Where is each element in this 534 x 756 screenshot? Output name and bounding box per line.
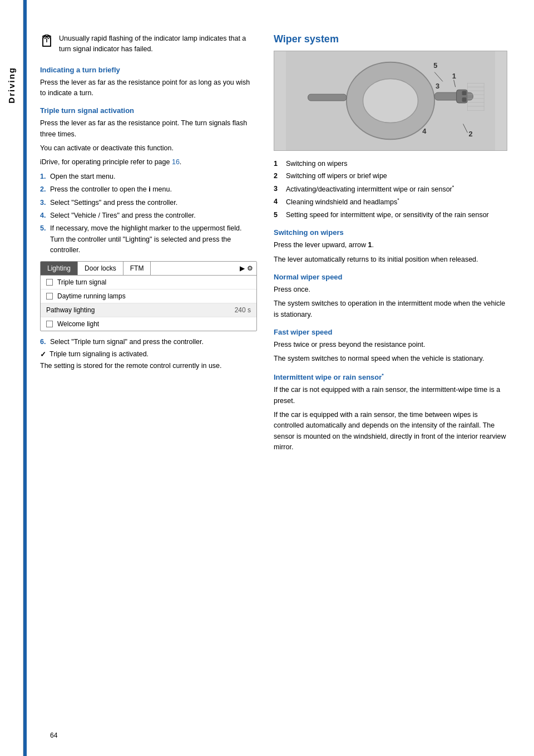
settings-header: Lighting Door locks FTM ▶ ⚙ — [41, 262, 256, 276]
step-2: 2.Press the controller to open the i men… — [40, 184, 257, 195]
sidebar: Driving — [0, 0, 23, 756]
svg-text:1: 1 — [452, 72, 456, 80]
intermittent-heading: Intermittent wipe or rain sensor* — [274, 372, 507, 381]
step-6: 6. Select "Triple turn signal" and press… — [40, 337, 257, 347]
right-column: Wiper system — [274, 33, 507, 734]
wiper-diagram-container: 1 2 3 4 5 — [274, 51, 507, 151]
items-list: 1 Switching on wipers 2 Switching off wi… — [274, 159, 507, 220]
row-pathway: Pathway lighting 240 s — [41, 303, 256, 317]
svg-text:5: 5 — [433, 61, 437, 70]
section2-body3: iDrive, for operating principle refer to… — [40, 157, 257, 168]
intermittent-body2: If the car is equipped with a rain senso… — [274, 410, 507, 453]
section2-heading: Triple turn signal activation — [40, 106, 257, 115]
row-welcome-label: Welcome light — [57, 320, 251, 328]
normal-body2: The system switches to operation in the … — [274, 298, 507, 320]
checkbox-welcome[interactable] — [46, 321, 53, 327]
row-pathway-label: Pathway lighting — [46, 306, 230, 314]
tab-door-locks[interactable]: Door locks — [78, 262, 123, 275]
svg-rect-9 — [462, 97, 467, 102]
switching-body1: Press the lever upward, arrow 1. — [274, 240, 507, 251]
section2-body1: Press the lever as far as the resistance… — [40, 118, 257, 140]
step-1: 1.Open the start menu. — [40, 171, 257, 182]
wiper-heading: Wiper system — [274, 33, 507, 45]
sidebar-label: Driving — [7, 67, 16, 104]
checkmark-icon: ✓ — [40, 350, 46, 359]
left-column: Unusually rapid flashing of the indicato… — [40, 33, 257, 734]
switching-heading: Switching on wipers — [274, 228, 507, 237]
blue-bar — [23, 0, 27, 756]
section1-heading: Indicating a turn briefly — [40, 66, 257, 74]
row-welcome: Welcome light — [41, 317, 256, 331]
fast-body2: The system switches to normal speed when… — [274, 354, 507, 364]
tab-icons: ▶ ⚙ — [236, 262, 256, 275]
normal-body1: Press once. — [274, 284, 507, 295]
normal-heading: Normal wiper speed — [274, 273, 507, 281]
row-triple-turn: Triple turn signal — [41, 276, 256, 289]
section2-body2: You can activate or deactivate this func… — [40, 143, 257, 154]
fast-heading: Fast wiper speed — [274, 328, 507, 336]
page-number: 64 — [50, 732, 57, 739]
checkmark-text: Triple turn signaling is activated. — [50, 350, 149, 358]
checkbox-daytime[interactable] — [46, 293, 53, 300]
svg-rect-10 — [308, 94, 347, 101]
row-daytime-label: Daytime running lamps — [57, 292, 251, 300]
notice-text: Unusually rapid flashing of the indicato… — [59, 33, 257, 55]
svg-point-5 — [363, 78, 418, 122]
row-triple-label: Triple turn signal — [57, 278, 251, 286]
step-4: 4.Select "Vehicle / Tires" and press the… — [40, 210, 257, 221]
play-icon: ▶ — [240, 264, 245, 272]
row-daytime: Daytime running lamps — [41, 289, 256, 303]
settings-box: Lighting Door locks FTM ▶ ⚙ Triple turn … — [40, 261, 257, 331]
checkbox-triple[interactable] — [46, 279, 53, 286]
item-5: 5 Setting speed for intermittent wipe, o… — [274, 210, 507, 220]
step-5: 5.If necessary, move the highlight marke… — [40, 223, 257, 256]
gear-icon: ⚙ — [247, 264, 253, 272]
tab-lighting[interactable]: Lighting — [41, 262, 78, 275]
intermittent-body1: If the car is not equipped with a rain s… — [274, 385, 507, 406]
svg-text:3: 3 — [436, 82, 439, 90]
item-2: 2 Switching off wipers or brief wipe — [274, 171, 507, 181]
item-4: 4 Cleaning windshield and headlamps* — [274, 197, 507, 208]
notice-box: Unusually rapid flashing of the indicato… — [40, 33, 257, 55]
tab-ftm[interactable]: FTM — [123, 262, 151, 275]
checkmark-line: ✓ Triple turn signaling is activated. — [40, 350, 257, 359]
svg-text:4: 4 — [422, 127, 427, 135]
svg-rect-8 — [462, 91, 467, 95]
page-link[interactable]: 16 — [172, 158, 180, 166]
fast-body1: Press twice or press beyond the resistan… — [274, 340, 507, 350]
footer-text: The setting is stored for the remote con… — [40, 361, 257, 371]
step-3: 3.Select "Settings" and press the contro… — [40, 198, 257, 208]
wiper-diagram-svg: 1 2 3 4 5 — [274, 51, 507, 150]
item-3: 3 Activating/deactivating intermittent w… — [274, 184, 507, 195]
svg-text:2: 2 — [468, 130, 472, 138]
switching-body2: The lever automatically returns to its i… — [274, 254, 507, 265]
item-1: 1 Switching on wipers — [274, 159, 507, 169]
steps-list: 1.Open the start menu. 2.Press the contr… — [40, 171, 257, 256]
section1-body: Press the lever as far as the resistance… — [40, 77, 257, 99]
notice-icon — [40, 35, 53, 48]
row-pathway-value: 240 s — [235, 306, 251, 314]
